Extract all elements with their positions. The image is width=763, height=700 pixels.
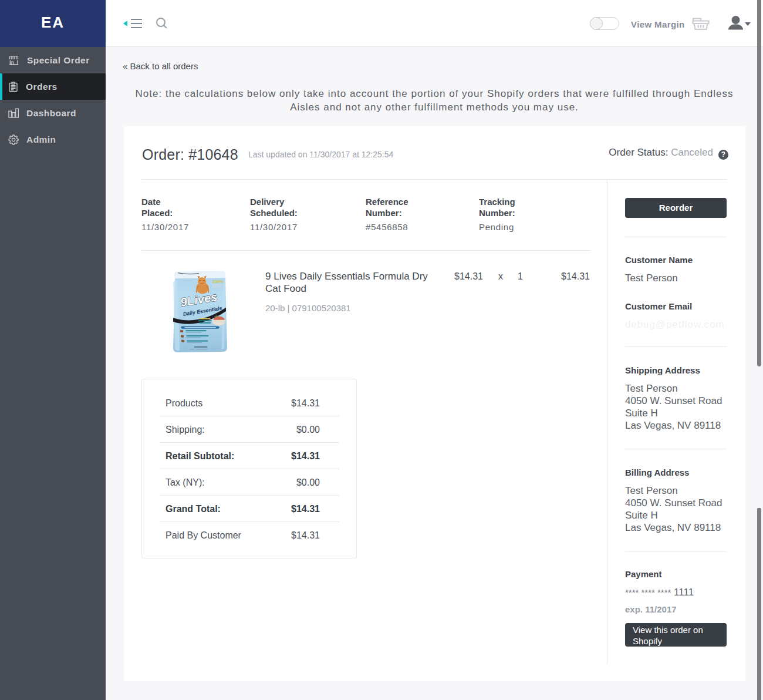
svg-text:100%: 100%: [212, 279, 224, 284]
